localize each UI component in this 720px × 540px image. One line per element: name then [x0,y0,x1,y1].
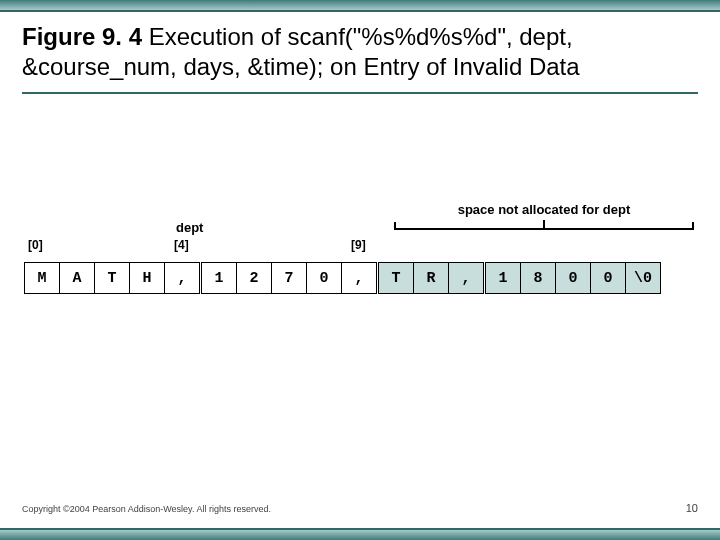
bottom-border-decor [0,530,720,540]
array-name-label: dept [176,220,203,235]
title-area: Figure 9. 4 Execution of scanf("%s%d%s%d… [22,22,698,94]
brace-mid [543,220,545,230]
memory-cell: 8 [520,262,556,294]
memory-cell: 0 [306,262,342,294]
index-label-4: [4] [174,238,189,252]
memory-cell: T [378,262,414,294]
brace-end-right [692,222,694,230]
memory-cell: R [413,262,449,294]
memory-cell: 0 [590,262,626,294]
page-number: 10 [686,502,698,514]
array-name-row: dept space not allocated for dept [24,220,698,238]
memory-cell: H [129,262,165,294]
brace-end-left [394,222,396,230]
memory-cell: 1 [485,262,521,294]
memory-cell: \0 [625,262,661,294]
memory-diagram: dept space not allocated for dept [0] [4… [22,220,698,294]
memory-cell: 2 [236,262,272,294]
index-labels-row: [0] [4] [9] [24,238,698,260]
memory-cell: 7 [271,262,307,294]
memory-cell: 1 [201,262,237,294]
memory-cell: A [59,262,95,294]
memory-cell: , [164,262,200,294]
memory-cell: T [94,262,130,294]
memory-cell: , [448,262,484,294]
figure-number: Figure 9. 4 [22,23,142,50]
memory-cell: M [24,262,60,294]
index-label-0: [0] [28,238,43,252]
slide: Figure 9. 4 Execution of scanf("%s%d%s%d… [0,0,720,540]
top-border-decor [0,0,720,10]
copyright-text: Copyright ©2004 Pearson Addison-Wesley. … [22,504,271,514]
memory-cell: , [341,262,377,294]
index-label-9: [9] [351,238,366,252]
memory-cells-row: MATH,1270,TR,1800\0 [24,262,698,294]
memory-cell: 0 [555,262,591,294]
overflow-label: space not allocated for dept [394,202,694,217]
top-border-line [0,10,720,12]
figure-title: Figure 9. 4 Execution of scanf("%s%d%s%d… [22,22,698,82]
